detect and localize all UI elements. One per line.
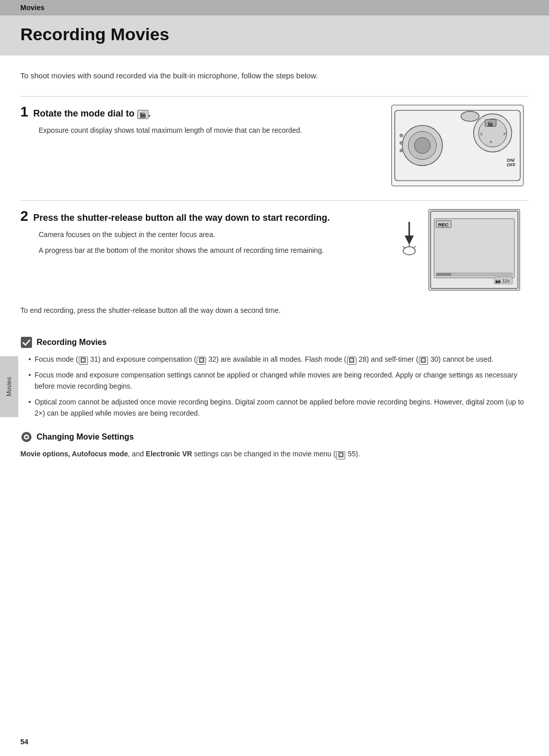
page-title-area: Recording Movies [0,15,549,55]
step-2-body: Camera focuses on the subject in the cen… [39,229,376,256]
sidebar-text: Movies [6,377,13,396]
section-label: Movies [20,4,44,12]
svg-rect-32 [21,337,32,348]
step-1-heading: Rotate the mode dial to 🎬. [34,108,151,120]
note-bullet-3: Optical zoom cannot be adjusted once mov… [28,396,529,419]
svg-text:ON/: ON/ [507,158,515,163]
movie-options-bold: Movie options, Autofocus mode [20,450,128,458]
svg-text:A: A [490,140,492,143]
step-1-section: 1 Rotate the mode dial to 🎬. Exposure co… [20,96,529,186]
camera-top-diagram: ▲ P A S 🎬 ON/ OFF [391,105,524,186]
note-changing-settings-title: Changing Movie Settings [37,432,134,442]
step-1-body: Exposure count display shows total maxim… [39,125,376,136]
note-changing-settings-header: Changing Movie Settings [20,431,529,443]
step-1-number: 1 [20,105,28,119]
svg-marker-19 [405,236,414,245]
check-icon [20,336,33,348]
notes-section: Recording Movies Focus mode (🔲 31) and e… [20,331,529,459]
note-changing-settings-text: Movie options, Autofocus mode, and Elect… [20,448,529,459]
end-recording-text: To end recording, press the shutter-rele… [20,305,529,316]
svg-line-23 [413,246,416,248]
svg-rect-39 [29,437,32,438]
section-header: Movies [0,0,549,15]
step-2-heading: Press the shutter-release button all the… [34,212,330,224]
step-2-heading-row: 2 Press the shutter-release button all t… [20,209,376,224]
step-2-section: 2 Press the shutter-release button all t… [20,200,529,290]
step-2-image: REC 📷 12s [386,209,529,290]
page-number: 54 [20,738,28,746]
step-1-heading-row: 1 Rotate the mode dial to 🎬. [20,105,376,120]
svg-rect-36 [26,432,27,434]
step-2-number: 2 [20,209,28,223]
step-2-left: 2 Press the shutter-release button all t… [20,209,386,260]
sidebar-movies-label: Movies [0,356,18,417]
note-recording-movies-title: Recording Movies [37,338,107,347]
step-2-diagram-container: REC 📷 12s [395,209,520,290]
shutter-press-icon [395,209,423,257]
step-1-body-line-1: Exposure count display shows total maxim… [39,125,376,136]
note-bullet-1: Focus mode (🔲 31) and exposure compensat… [28,354,529,365]
svg-point-17 [461,111,479,122]
svg-text:REC: REC [438,222,448,227]
intro-text: To shoot movies with sound recorded via … [20,70,376,82]
step-2-body-line-1: Camera focuses on the subject in the cen… [39,229,376,240]
svg-rect-38 [21,437,23,438]
svg-line-22 [403,246,406,248]
page-title: Recording Movies [20,24,529,44]
camera-lcd-diagram: REC 📷 12s [429,209,520,290]
step-1-left: 1 Rotate the mode dial to 🎬. Exposure co… [20,105,386,140]
svg-point-16 [400,149,403,152]
main-content: To shoot movies with sound recorded via … [0,55,549,482]
svg-point-15 [400,141,403,144]
note-bullet-2: Focus mode and exposure compensation set… [28,369,529,392]
note-recording-movies: Recording Movies Focus mode (🔲 31) and e… [20,336,529,419]
svg-text:S: S [480,132,482,136]
svg-rect-29 [436,273,451,276]
svg-point-3 [414,137,431,154]
svg-point-35 [25,436,28,439]
step-2-body-line-2: A progress bar at the bottom of the moni… [39,245,376,256]
svg-text:📷 12s: 📷 12s [495,278,509,284]
svg-text:P: P [504,132,506,136]
svg-rect-37 [26,440,27,442]
note-changing-settings: Changing Movie Settings Movie options, A… [20,431,529,459]
svg-text:🎬: 🎬 [487,121,494,127]
step-1-image: ▲ P A S 🎬 ON/ OFF [386,105,529,186]
svg-text:OFF: OFF [507,162,516,167]
note-recording-movies-header: Recording Movies [20,336,529,348]
gear-icon [20,431,33,443]
svg-point-14 [400,134,403,137]
note-recording-movies-bullets: Focus mode (🔲 31) and exposure compensat… [20,354,529,419]
electronic-vr-bold: Electronic VR [146,450,192,458]
